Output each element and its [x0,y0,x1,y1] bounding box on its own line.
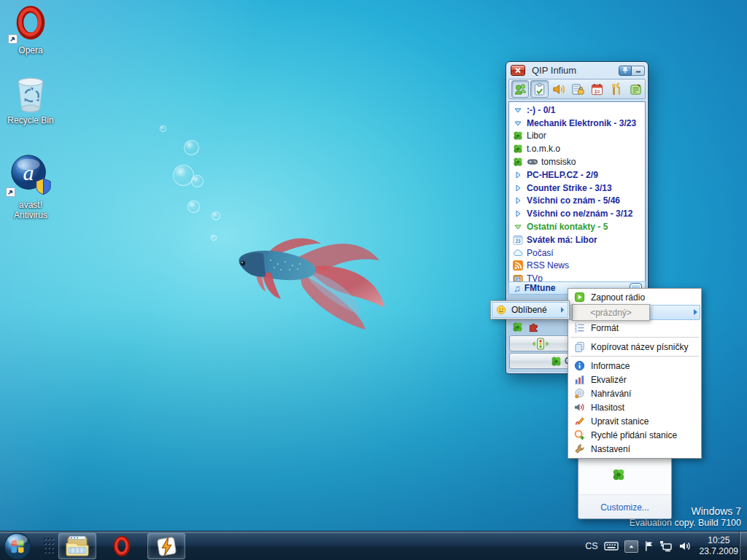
row-label: Všichni co ne/znám - 3/12 [527,209,632,219]
m-cd-icon [572,388,587,400]
bubble [184,140,199,155]
tray-clock[interactable]: 10:25 23.7.2009 [700,535,738,557]
qip-toolbar: 1= [508,79,646,99]
toolbar-calendar-button[interactable]: 1= [589,80,606,98]
desktop-icon-avast[interactable]: a avast! Antivirus [2,153,59,220]
list-row[interactable]: 23Svátek má: Libor [509,233,645,246]
desktop-icon-label: avast! Antivirus [5,200,56,220]
clock-time: 10:25 [700,535,738,546]
contacts-icon [514,82,527,96]
submenu-empty-item[interactable]: <prázdný> [572,304,650,321]
clock-date: 23.7.2009 [700,546,738,557]
shortcut-arrow-icon [8,34,18,44]
opera-icon [2,4,59,44]
toolbar-contacts-button[interactable] [511,80,529,98]
m-format-icon: 123 [572,322,587,334]
tray-volume[interactable] [678,541,692,551]
tray-keyboard-layout[interactable] [604,541,619,551]
toolbar-tools-button[interactable] [608,80,625,98]
menu-item[interactable]: 123Formát [568,321,701,335]
show-desktop-button[interactable] [739,532,747,560]
submenu-arrow-icon [694,309,697,315]
list-row[interactable]: PC-HELP.CZ - 2/9 [509,168,645,182]
menu-item[interactable]: Zapnout rádio [568,290,701,304]
taskbar-winamp-button[interactable] [147,533,185,559]
list-row[interactable]: Počasí [509,246,645,260]
list-row[interactable]: t.o.m.k.o [509,142,645,155]
list-row[interactable]: Všichni co znám - 5/46 [509,195,645,208]
tri-closed-icon [512,195,524,206]
toolbar-green-note-button[interactable] [627,80,645,98]
cloud-icon [512,247,524,258]
menu-item[interactable]: Kopírovat název písničky [568,340,701,354]
m-add-icon [572,429,587,441]
plugins-icon[interactable] [528,322,539,332]
online-status-icon [551,356,562,367]
menu-item-oblibene[interactable]: Oblíbené [492,302,568,318]
smiley-icon [496,305,506,315]
taskbar-opera-button[interactable] [103,533,141,559]
notes-icon [533,82,546,96]
menu-item-label: Hlasitost [591,402,624,413]
list-row[interactable]: Libor [509,130,645,143]
customize-link[interactable]: Customize... [600,502,649,513]
qip-titlebar[interactable]: QIP Infium [506,62,648,79]
list-row[interactable]: Counter Strike - 3/13 [509,182,645,195]
m-edit-icon [572,416,587,427]
clover-icon [512,131,524,141]
tray-network[interactable] [659,540,673,552]
list-row[interactable]: RSS News [509,260,645,273]
toolbar-sound-button[interactable] [550,80,568,98]
row-label: :-) - 0/1 [527,105,555,115]
clover-icon [512,157,524,168]
qip-tray-icon[interactable] [612,468,625,481]
list-row[interactable]: :-) - 0/1 [509,104,645,117]
svg-text:1=: 1= [595,88,600,93]
menu-separator [568,335,701,340]
windows-explorer-icon [65,535,90,557]
menu-item-label: Informace [591,361,630,371]
tri-closed-icon [512,169,524,180]
m-copy-icon [572,341,587,353]
m-eq-icon [572,374,587,386]
desktop-icon-opera[interactable]: Opera [2,4,59,55]
qip-status-icon[interactable] [512,322,523,332]
row-label: Všichni co znám - 5/46 [527,195,620,206]
m-wrench-icon [572,443,587,455]
toolbar-notes-button[interactable] [530,80,548,98]
m-vol-icon [572,402,587,413]
menu-item[interactable]: Nastavení [568,442,701,456]
row-label: Počasí [527,248,554,258]
row-label: Libor [527,131,546,141]
svg-text:3: 3 [574,330,576,333]
minimize-button[interactable] [632,66,645,76]
window-title: QIP Infium [532,65,619,76]
row-label: t.o.m.k.o [527,144,560,154]
tray-action-center[interactable] [644,540,654,552]
menu-item[interactable]: Rychlé přidání stanice [568,428,701,442]
taskbar-windows-explorer-button[interactable] [58,533,96,559]
list-row[interactable]: Ostatní kontakty - 5 [509,220,645,233]
menu-item-label: Nahrávání [591,389,631,399]
tray-show-hidden-icons[interactable] [624,540,638,553]
pin-on-top-button[interactable] [619,66,632,76]
m-play-icon [572,292,587,303]
menu-item-oblibene-highlight[interactable]: <prázdný> [568,304,701,321]
list-row[interactable]: Mechanik Elektronik - 3/23 [509,117,645,130]
desktop-icon-label: Opera [2,45,59,55]
list-row[interactable]: Všichni co ne/znám - 3/12 [509,207,645,220]
list-row[interactable]: tomsisko [509,155,645,168]
menu-item[interactable]: Hlasitost [568,400,701,414]
bubble [191,175,204,187]
menu-item-label: Upravit stanice [591,416,649,427]
tri-closed-icon [512,182,524,193]
desktop-icon-recycle-bin[interactable]: Recycle Bin [2,76,59,125]
menu-item[interactable]: Nahrávání [568,386,701,400]
start-button[interactable] [4,532,31,560]
language-indicator[interactable]: CS [585,541,597,551]
toolbar-history-button[interactable] [569,80,587,98]
menu-item[interactable]: Upravit stanice [568,414,701,428]
menu-item[interactable]: Ekvalizér [568,373,701,386]
close-button[interactable] [511,65,525,76]
menu-item[interactable]: Informace [568,359,701,373]
